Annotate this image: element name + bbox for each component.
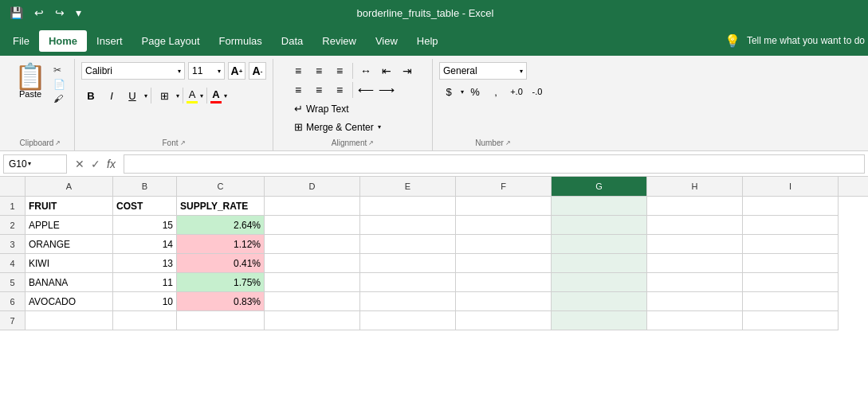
row-header-2[interactable]: 2 [0, 216, 26, 235]
font-name-dropdown[interactable]: Calibri ▾ [81, 62, 185, 80]
col-header-f[interactable]: F [456, 177, 552, 196]
number-expand-icon[interactable]: ↗ [505, 139, 511, 146]
shrink-font-button[interactable]: A- [249, 62, 266, 80]
row-header-4[interactable]: 4 [0, 254, 26, 273]
cell-b6[interactable]: 10 [113, 292, 177, 311]
comma-button[interactable]: , [486, 83, 505, 100]
indent-decrease-button[interactable]: ⇤ [377, 62, 396, 80]
cell-f7[interactable] [456, 311, 552, 330]
quick-access-dropdown-icon[interactable]: ▾ [73, 5, 84, 21]
menu-help[interactable]: Help [407, 30, 448, 52]
cell-d6[interactable] [265, 292, 360, 311]
merge-dropdown[interactable]: ▾ [378, 123, 381, 131]
col-header-g[interactable]: G [552, 177, 647, 196]
cell-i2[interactable] [743, 216, 839, 235]
cell-c6[interactable]: 0.83% [177, 292, 265, 311]
menu-view[interactable]: View [366, 30, 407, 52]
font-color-dropdown[interactable]: ▾ [224, 92, 227, 100]
row-header-5[interactable]: 5 [0, 273, 26, 292]
alignment-expand-icon[interactable]: ↗ [368, 139, 374, 146]
cell-g4[interactable] [552, 254, 647, 273]
cell-a3[interactable]: ORANGE [26, 235, 113, 254]
cell-c4[interactable]: 0.41% [177, 254, 265, 273]
merge-center-button[interactable]: ⊞ Merge & Center ▾ [289, 119, 387, 135]
cell-e2[interactable] [360, 216, 456, 235]
cell-h2[interactable] [647, 216, 743, 235]
menu-page-layout[interactable]: Page Layout [132, 30, 210, 52]
cell-e6[interactable] [360, 292, 456, 311]
align-right-button[interactable]: ≡ [330, 81, 349, 99]
menu-data[interactable]: Data [272, 30, 312, 52]
cell-a7[interactable] [26, 311, 113, 330]
cell-a4[interactable]: KIWI [26, 254, 113, 273]
cell-h4[interactable] [647, 254, 743, 273]
cell-d7[interactable] [265, 311, 360, 330]
align-center-button[interactable]: ≡ [309, 81, 328, 99]
cell-i6[interactable] [743, 292, 839, 311]
cell-a1[interactable]: FRUIT [26, 197, 113, 216]
align-middle-button[interactable]: ≡ [309, 62, 328, 80]
cell-ref-arrow[interactable]: ▾ [28, 160, 31, 167]
cell-b4[interactable]: 13 [113, 254, 177, 273]
cell-c7[interactable] [177, 311, 265, 330]
cell-h3[interactable] [647, 235, 743, 254]
wrap-text-button[interactable]: ↵ Wrap Text [289, 100, 387, 117]
cell-d3[interactable] [265, 235, 360, 254]
align-top-button[interactable]: ≡ [289, 62, 308, 80]
tell-me-input[interactable]: Tell me what you want to do [747, 35, 865, 46]
cell-i1[interactable] [743, 197, 839, 216]
cell-b7[interactable] [113, 311, 177, 330]
cell-e4[interactable] [360, 254, 456, 273]
format-painter-button[interactable]: 🖌 [51, 92, 68, 105]
save-icon[interactable]: 💾 [6, 5, 26, 21]
cell-d4[interactable] [265, 254, 360, 273]
font-name-arrow[interactable]: ▾ [178, 68, 181, 75]
decrease-decimal-button[interactable]: -.0 [528, 83, 547, 100]
align-left-button[interactable]: ≡ [289, 81, 308, 99]
cut-button[interactable]: ✂ [51, 64, 68, 76]
menu-formulas[interactable]: Formulas [210, 30, 272, 52]
cell-c3[interactable]: 1.12% [177, 235, 265, 254]
grow-font-button[interactable]: A+ [228, 62, 245, 80]
cell-g2[interactable] [552, 216, 647, 235]
cell-d5[interactable] [265, 273, 360, 292]
cell-i5[interactable] [743, 273, 839, 292]
row-header-7[interactable]: 7 [0, 311, 26, 330]
cell-i3[interactable] [743, 235, 839, 254]
cell-i4[interactable] [743, 254, 839, 273]
dollar-dropdown[interactable]: ▾ [461, 88, 464, 96]
increase-decimal-button[interactable]: +.0 [507, 83, 526, 100]
cell-i7[interactable] [743, 311, 839, 330]
cell-f2[interactable] [456, 216, 552, 235]
cell-g3[interactable] [552, 235, 647, 254]
cell-a2[interactable]: APPLE [26, 216, 113, 235]
cell-b2[interactable]: 15 [113, 216, 177, 235]
number-format-arrow[interactable]: ▾ [520, 68, 523, 75]
cell-f4[interactable] [456, 254, 552, 273]
menu-home[interactable]: Home [39, 30, 87, 52]
cell-h6[interactable] [647, 292, 743, 311]
font-size-dropdown[interactable]: 11 ▾ [188, 62, 225, 80]
confirm-formula-icon[interactable]: ✓ [89, 156, 102, 172]
cell-h5[interactable] [647, 273, 743, 292]
cell-f5[interactable] [456, 273, 552, 292]
menu-file[interactable]: File [3, 30, 39, 52]
borders-button[interactable]: ⊞ [155, 86, 174, 105]
decrease-indent-button[interactable]: ⟵ [356, 81, 375, 99]
bold-button[interactable]: B [81, 86, 100, 105]
borders-dropdown[interactable]: ▾ [176, 92, 179, 100]
cell-b1[interactable]: COST [113, 197, 177, 216]
undo-icon[interactable]: ↩ [31, 5, 47, 21]
formula-input[interactable] [124, 154, 865, 174]
cell-g7[interactable] [552, 311, 647, 330]
dollar-button[interactable]: $ [439, 83, 458, 100]
cell-f6[interactable] [456, 292, 552, 311]
percent-button[interactable]: % [465, 83, 485, 100]
cell-a5[interactable]: BANANA [26, 273, 113, 292]
cell-b3[interactable]: 14 [113, 235, 177, 254]
fill-color-dropdown[interactable]: ▾ [200, 92, 203, 100]
col-header-c[interactable]: C [177, 177, 265, 196]
cell-a6[interactable]: AVOCADO [26, 292, 113, 311]
cell-c1[interactable]: SUPPLY_RATE [177, 197, 265, 216]
font-expand-icon[interactable]: ↗ [180, 139, 186, 146]
